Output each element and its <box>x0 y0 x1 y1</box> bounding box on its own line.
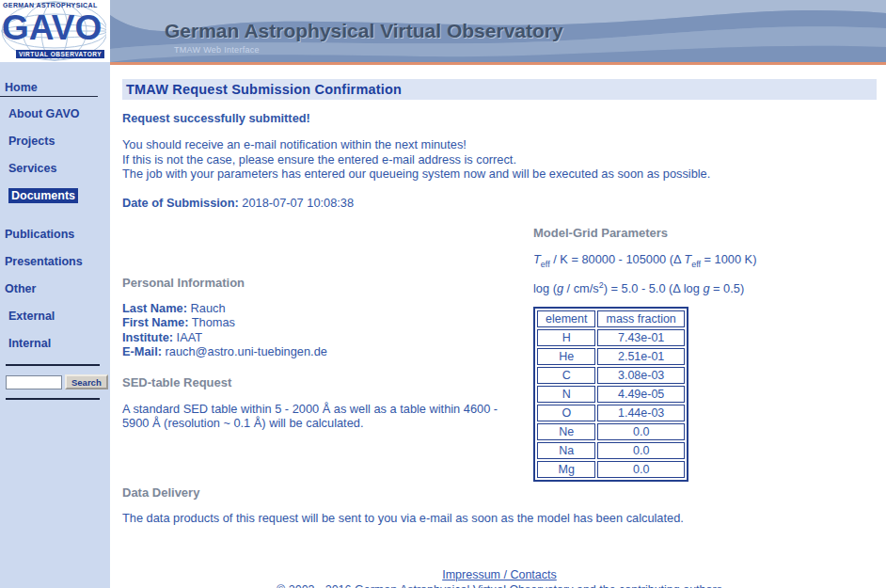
table-row: Ne0.0 <box>537 423 685 440</box>
table-row: Na0.0 <box>537 442 685 459</box>
table-row: He2.51e-01 <box>537 348 685 365</box>
field-institute: Institute: IAAT <box>122 330 522 345</box>
table-row: Mg0.0 <box>537 461 685 478</box>
sed-request-text: A standard SED table within 5 - 2000 Å a… <box>122 402 522 431</box>
col-header-element: element <box>537 310 595 327</box>
logo-bottom-text: Virtual Observatory <box>16 50 104 58</box>
model-grid-heading: Model-Grid Parameters <box>533 226 844 240</box>
table-row: O1.44e-03 <box>537 405 685 421</box>
sidebar-item-external[interactable]: External <box>0 310 110 323</box>
main-content: TMAW Request Submission Confirmation Req… <box>110 62 886 588</box>
col-header-mass-fraction: mass fraction <box>597 310 684 327</box>
notice-line: You should receive an e-mail notificatio… <box>122 137 877 152</box>
table-row: H7.43e-01 <box>537 329 685 346</box>
header: German Astrophysical GAVO Virtual Observ… <box>0 0 886 62</box>
sidebar-item-presentations[interactable]: Presentations <box>0 255 110 268</box>
sidebar-search: Search <box>6 374 106 389</box>
site-subtitle: TMAW Web Interface <box>174 45 260 55</box>
personal-info-column: Personal Information Last Name: Rauch Fi… <box>122 276 522 431</box>
search-button[interactable]: Search <box>65 374 108 389</box>
table-header-row: element mass fraction <box>537 310 685 327</box>
success-message: Request successfully submitted! <box>122 111 877 125</box>
gavo-logo[interactable]: German Astrophysical GAVO Virtual Observ… <box>0 0 110 62</box>
sed-request-heading: SED-table Request <box>122 375 522 389</box>
model-grid-column: Model-Grid Parameters Teff / K = 80000 -… <box>533 226 844 483</box>
notice-line: If this is not the case, please ensure t… <box>122 152 877 167</box>
page: German Astrophysical GAVO Virtual Observ… <box>0 0 886 588</box>
sidebar-divider-bottom <box>6 398 100 400</box>
header-band: German Astrophysical Virtual Observatory… <box>110 0 886 62</box>
data-delivery-text: The data products of this request will b… <box>122 511 877 525</box>
sidebar-item-about-gavo[interactable]: About GAVO <box>0 107 110 120</box>
content-row: Home About GAVO Projects Services Docume… <box>0 62 886 588</box>
sidebar-item-documents[interactable]: Documents <box>0 189 110 202</box>
notice-paragraph: You should receive an e-mail notificatio… <box>122 137 877 182</box>
sidebar: Home About GAVO Projects Services Docume… <box>0 62 110 588</box>
personal-info-fields: Last Name: Rauch First Name: Thomas Inst… <box>122 301 522 359</box>
field-first-name: First Name: Thomas <box>122 315 522 330</box>
two-column-area: Personal Information Last Name: Rauch Fi… <box>122 226 877 470</box>
site-title: German Astrophysical Virtual Observatory <box>165 20 563 42</box>
footer: Impressum / Contacts © 2003 - 2016 Germa… <box>122 568 877 588</box>
page-title: TMAW Request Submission Confirmation <box>122 79 877 100</box>
table-row: N4.49e-05 <box>537 386 685 403</box>
submission-date-value: 2018-07-07 10:08:38 <box>242 196 354 210</box>
abundance-table: element mass fraction H7.43e-01 He2.51e-… <box>533 307 688 482</box>
copyright-text: © 2003 - 2016 German Astrophysical Virtu… <box>122 583 877 588</box>
sidebar-item-publications[interactable]: Publications <box>0 228 110 241</box>
sidebar-item-other[interactable]: Other <box>0 282 110 295</box>
logo-top-text: German Astrophysical <box>3 2 98 8</box>
impressum-contacts-link[interactable]: Impressum / Contacts <box>442 568 557 581</box>
field-last-name: Last Name: Rauch <box>122 301 522 316</box>
table-row: C3.08e-03 <box>537 367 685 384</box>
sidebar-item-services[interactable]: Services <box>0 162 110 175</box>
notice-line: The job with your parameters has entered… <box>122 167 877 182</box>
sidebar-item-home[interactable]: Home <box>0 81 98 97</box>
logg-formula: log (g / cm/s2) = 5.0 - 5.0 (Δ log g = 0… <box>533 280 844 295</box>
sidebar-divider-top <box>6 364 100 366</box>
active-item-highlight: Documents <box>8 188 78 203</box>
sidebar-item-projects[interactable]: Projects <box>0 135 110 148</box>
sidebar-item-internal[interactable]: Internal <box>0 337 110 350</box>
submission-date: Date of Submission: 2018-07-07 10:08:38 <box>122 196 877 210</box>
search-input[interactable] <box>6 375 62 389</box>
submission-date-label: Date of Submission: <box>122 196 239 210</box>
teff-formula: Teff / K = 80000 - 105000 (Δ Teff = 1000… <box>533 252 844 269</box>
data-delivery-heading: Data Delivery <box>122 485 877 500</box>
field-email: E-Mail: rauch@astro.uni-tuebingen.de <box>122 344 522 359</box>
logo-acronym: GAVO <box>2 8 102 48</box>
personal-info-heading: Personal Information <box>122 276 522 290</box>
